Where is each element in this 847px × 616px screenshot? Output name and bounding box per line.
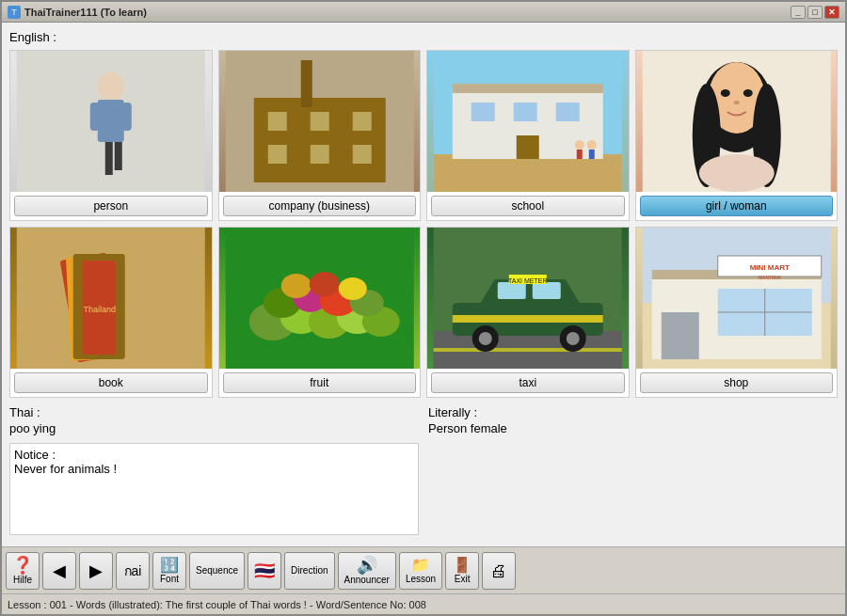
- thai-char-button[interactable]: กai: [116, 552, 150, 590]
- forward-icon: ▶: [89, 562, 103, 579]
- sequence-button[interactable]: Sequence: [189, 552, 245, 590]
- back-button[interactable]: ◀: [42, 552, 76, 590]
- svg-rect-4: [115, 142, 122, 170]
- direction-label: Direction: [291, 566, 328, 576]
- help-button[interactable]: ❓ Hilfe: [6, 552, 40, 590]
- image-shop: MINI MART WANTANA: [636, 228, 838, 369]
- svg-text:WANTANA: WANTANA: [758, 275, 781, 280]
- svg-rect-25: [577, 150, 583, 159]
- notice-label: Notice :: [14, 448, 414, 462]
- svg-rect-2: [98, 100, 124, 142]
- maximize-button[interactable]: □: [807, 6, 823, 19]
- image-grid: person: [9, 50, 838, 398]
- font-icon: 🔢: [160, 558, 179, 573]
- word-button-taxi[interactable]: taxi: [431, 372, 625, 393]
- word-button-company[interactable]: company (business): [223, 196, 417, 216]
- flag-icon: 🇹🇭: [254, 562, 275, 579]
- svg-rect-9: [300, 60, 312, 107]
- svg-rect-27: [589, 150, 595, 159]
- svg-text:TAXI METER: TAXI METER: [508, 277, 547, 284]
- flag-button[interactable]: 🇹🇭: [248, 552, 281, 590]
- svg-rect-58: [434, 348, 622, 352]
- svg-point-53: [280, 274, 311, 298]
- word-button-shop[interactable]: shop: [640, 372, 834, 393]
- svg-text:Thailand: Thailand: [83, 305, 116, 314]
- svg-text:MINI MART: MINI MART: [749, 263, 789, 272]
- svg-rect-10: [267, 112, 286, 131]
- svg-rect-3: [105, 142, 113, 175]
- direction-button[interactable]: Direction: [284, 552, 334, 590]
- svg-rect-15: [352, 145, 371, 164]
- svg-rect-8: [253, 98, 385, 182]
- literally-value: Person female: [428, 421, 838, 435]
- svg-point-54: [309, 272, 339, 296]
- english-label: English :: [9, 30, 838, 44]
- svg-rect-76: [661, 312, 698, 359]
- print-button[interactable]: 🖨: [482, 552, 516, 590]
- help-label: Hilfe: [13, 576, 32, 585]
- announcer-label: Announcer: [344, 576, 390, 585]
- word-button-girl-woman[interactable]: girl / woman: [640, 196, 834, 216]
- lesson-button[interactable]: 📁 Lesson: [399, 552, 442, 590]
- status-bar: Lesson : 001 - Words (illustrated): The …: [2, 593, 845, 614]
- image-school: [427, 51, 629, 192]
- word-button-book[interactable]: book: [14, 372, 208, 393]
- svg-point-24: [575, 140, 584, 150]
- announcer-button[interactable]: 🔊 Announcer: [338, 552, 396, 590]
- main-content: English : person: [2, 23, 845, 546]
- svg-rect-60: [498, 282, 526, 299]
- exit-button[interactable]: 🚪 Exit: [445, 552, 479, 590]
- exit-label: Exit: [455, 575, 471, 584]
- notice-value: Never for animals !: [14, 462, 414, 476]
- lesson-label: Lesson: [406, 575, 436, 584]
- info-section: Thai : poo ying Notice : Never for anima…: [9, 405, 838, 535]
- title-bar: T ThaiTrainer111 (To learn) _ □ ✕: [2, 2, 845, 23]
- grid-item-girl-woman: girl / woman: [635, 50, 839, 221]
- grid-item-company: company (business): [218, 50, 422, 221]
- svg-rect-11: [310, 112, 328, 131]
- font-button[interactable]: 🔢 Font: [152, 552, 186, 590]
- word-button-school[interactable]: school: [431, 196, 625, 216]
- svg-rect-14: [310, 145, 328, 164]
- svg-point-36: [698, 154, 774, 192]
- toolbar: ❓ Hilfe ◀ ▶ กai 🔢 Font Sequence 🇹🇭: [2, 546, 845, 593]
- announcer-icon: 🔊: [357, 557, 377, 574]
- svg-point-31: [720, 89, 729, 97]
- minimize-button[interactable]: _: [791, 6, 806, 19]
- image-person: [10, 51, 212, 192]
- grid-item-shop: MINI MART WANTANA shop: [635, 227, 839, 398]
- svg-rect-17: [434, 154, 622, 192]
- window-title: ThaiTrainer111 (To learn): [24, 7, 791, 18]
- status-text: Lesson : 001 - Words (illustrated): The …: [8, 599, 426, 610]
- notice-box: Notice : Never for animals !: [9, 443, 419, 535]
- print-icon: 🖨: [490, 562, 507, 579]
- forward-button[interactable]: ▶: [79, 552, 113, 590]
- word-button-fruit[interactable]: fruit: [223, 372, 417, 393]
- close-button[interactable]: ✕: [824, 6, 839, 19]
- svg-rect-68: [453, 315, 603, 323]
- svg-point-1: [98, 71, 124, 102]
- svg-rect-12: [352, 112, 371, 131]
- grid-item-person: person: [9, 50, 213, 221]
- window-controls: _ □ ✕: [791, 6, 839, 19]
- back-icon: ◀: [53, 562, 66, 579]
- grid-item-fruit: fruit: [218, 227, 422, 398]
- svg-point-55: [338, 277, 366, 300]
- svg-rect-23: [517, 135, 539, 159]
- word-button-person[interactable]: person: [14, 196, 208, 216]
- svg-point-32: [743, 89, 752, 97]
- grid-item-school: school: [426, 50, 630, 221]
- svg-rect-13: [267, 145, 286, 164]
- svg-rect-20: [471, 103, 495, 121]
- image-book: Thailand: [10, 228, 212, 369]
- svg-rect-21: [514, 103, 537, 121]
- svg-rect-61: [533, 282, 561, 299]
- grid-item-taxi: TAXI METER taxi: [426, 227, 630, 398]
- lesson-icon: 📁: [411, 558, 430, 573]
- thai-label: Thai :: [9, 405, 419, 419]
- svg-point-26: [587, 140, 597, 150]
- image-company: [219, 51, 421, 192]
- info-left: Thai : poo ying Notice : Never for anima…: [9, 405, 419, 535]
- svg-point-63: [479, 332, 492, 345]
- svg-rect-5: [90, 103, 100, 131]
